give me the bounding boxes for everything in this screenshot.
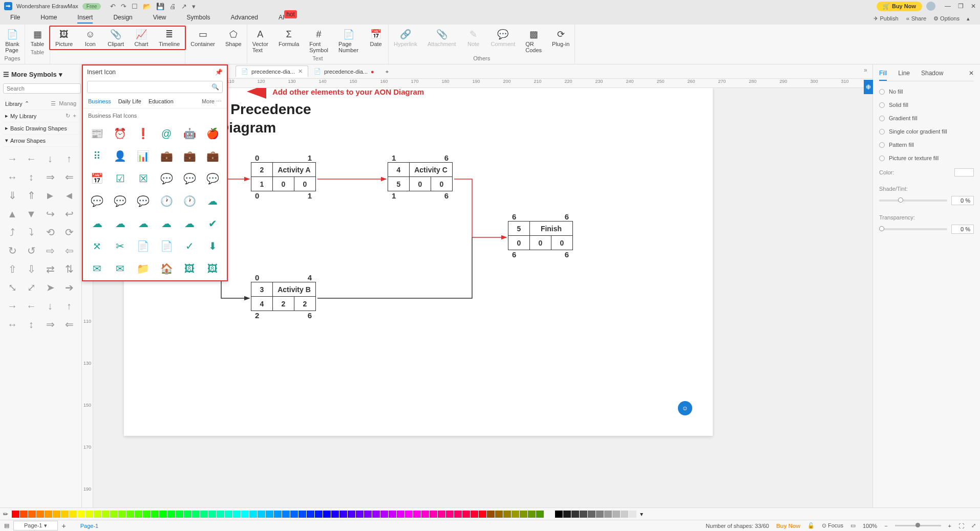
business-icon-31[interactable]: ✂ bbox=[109, 235, 131, 257]
export-icon[interactable]: ↗ bbox=[181, 3, 187, 10]
color-swatch[interactable] bbox=[446, 511, 454, 518]
color-swatch[interactable] bbox=[94, 511, 101, 518]
buy-now-button[interactable]: 🛒 Buy Now bbox=[877, 2, 922, 11]
color-swatch[interactable] bbox=[61, 511, 69, 518]
collapse-ribbon-icon[interactable]: ▴ bbox=[967, 15, 970, 22]
business-icon-28[interactable]: ☁ bbox=[179, 213, 201, 234]
activity-c-node[interactable]: 164Activity C50016 bbox=[388, 153, 453, 200]
color-swatch[interactable] bbox=[331, 511, 339, 518]
color-swatch[interactable] bbox=[86, 511, 93, 518]
business-icon-21[interactable]: 🕐 bbox=[156, 190, 178, 212]
undo-icon[interactable]: ↶ bbox=[110, 3, 116, 10]
color-swatch[interactable] bbox=[45, 511, 52, 518]
business-icon-14[interactable]: ☒ bbox=[132, 168, 154, 189]
gray-swatch[interactable] bbox=[629, 511, 636, 518]
zoom-level[interactable]: 100% bbox=[863, 523, 877, 529]
color-swatch[interactable] bbox=[200, 511, 208, 518]
symbol-search-input[interactable] bbox=[3, 83, 81, 94]
picture-button[interactable]: 🖼Picture bbox=[50, 27, 78, 49]
business-icon-8[interactable]: 📊 bbox=[132, 145, 154, 167]
color-swatch[interactable] bbox=[372, 511, 380, 518]
business-icon-34[interactable]: ✓ bbox=[179, 235, 201, 257]
fill-option-single-color-gradient-fill[interactable]: Single color gradient fill bbox=[879, 128, 974, 135]
arrow-shape-23[interactable]: ⇦ bbox=[60, 242, 78, 259]
menu-home[interactable]: Home bbox=[40, 14, 57, 24]
arrow-shape-22[interactable]: ⇨ bbox=[41, 242, 59, 259]
menu-advanced[interactable]: Advanced bbox=[231, 14, 258, 24]
gray-swatch[interactable] bbox=[563, 511, 571, 518]
business-icon-11[interactable]: 💼 bbox=[202, 145, 224, 167]
arrow-shape-12[interactable]: ▲ bbox=[3, 205, 21, 223]
page-selector[interactable]: Page-1 ▾ bbox=[13, 521, 58, 530]
unlock-icon[interactable]: 🔓 bbox=[807, 522, 815, 529]
color-swatch[interactable] bbox=[405, 511, 413, 518]
shape-button[interactable]: ⬠Shape bbox=[220, 27, 247, 49]
business-icon-18[interactable]: 💬 bbox=[86, 190, 108, 212]
maximize-icon[interactable]: ❐ bbox=[958, 3, 964, 10]
arrow-shape-3[interactable]: ↑ bbox=[60, 150, 78, 167]
close-icon[interactable]: ✕ bbox=[971, 3, 976, 10]
color-swatch[interactable] bbox=[512, 511, 519, 518]
menu-view[interactable]: View bbox=[153, 14, 166, 24]
color-swatch[interactable] bbox=[69, 511, 77, 518]
color-swatch[interactable] bbox=[12, 511, 19, 518]
arrow-shape-29[interactable]: ⤢ bbox=[22, 279, 40, 296]
container-button[interactable]: ▭Container bbox=[185, 27, 220, 49]
pages-view-icon[interactable]: ▤ bbox=[4, 522, 9, 529]
add-page-button[interactable]: + bbox=[62, 522, 66, 530]
activity-b-node[interactable]: 043Activity B42226 bbox=[251, 273, 316, 320]
help-chat-button[interactable]: ☺ bbox=[678, 401, 692, 415]
arrow-shape-6[interactable]: ⇒ bbox=[41, 168, 59, 186]
color-swatch[interactable] bbox=[110, 511, 118, 518]
color-swatch[interactable] bbox=[421, 511, 429, 518]
arrow-shape-37[interactable]: ↕ bbox=[22, 316, 40, 333]
icon-more-button[interactable]: More ⋯ bbox=[202, 98, 222, 105]
fit-width-icon[interactable]: ⛶ bbox=[958, 523, 964, 529]
color-swatch[interactable] bbox=[274, 511, 282, 518]
comment-button[interactable]: 💬Comment bbox=[486, 27, 521, 55]
arrow-shape-24[interactable]: ⇧ bbox=[3, 260, 21, 278]
timeline-button[interactable]: ≣Timeline bbox=[154, 27, 185, 49]
color-swatch[interactable] bbox=[266, 511, 273, 518]
business-icon-22[interactable]: 🕐 bbox=[179, 190, 201, 212]
color-swatch[interactable] bbox=[503, 511, 511, 518]
color-swatch[interactable] bbox=[126, 511, 134, 518]
color-swatch[interactable] bbox=[462, 511, 470, 518]
business-icon-37[interactable]: ✉ bbox=[109, 258, 131, 279]
arrow-shape-0[interactable]: → bbox=[3, 150, 21, 167]
business-icon-25[interactable]: ☁ bbox=[109, 213, 131, 234]
arrow-shape-25[interactable]: ⇩ bbox=[22, 260, 40, 278]
close-panel-icon[interactable]: ✕ bbox=[969, 70, 974, 81]
transparency-slider[interactable] bbox=[879, 228, 947, 230]
color-swatch[interactable] bbox=[20, 511, 28, 518]
chart-button[interactable]: 📈Chart bbox=[129, 27, 154, 49]
hyperlink-button[interactable]: 🔗Hyperlink bbox=[389, 27, 422, 55]
business-icon-10[interactable]: 💼 bbox=[179, 145, 201, 167]
color-swatch[interactable] bbox=[192, 511, 200, 518]
zoom-out-icon[interactable]: − bbox=[884, 523, 887, 529]
vector-button[interactable]: AVectorText bbox=[247, 27, 273, 55]
zoom-slider[interactable] bbox=[895, 525, 941, 526]
arrow-shapes-section[interactable]: Arrow Shapes bbox=[10, 138, 46, 144]
arrow-shape-32[interactable]: → bbox=[3, 297, 21, 315]
icon-tab-daily-life[interactable]: Daily Life bbox=[118, 98, 141, 105]
business-icon-5[interactable]: 🍎 bbox=[202, 123, 224, 144]
arrow-shape-10[interactable]: ► bbox=[41, 187, 59, 204]
color-swatch[interactable] bbox=[454, 511, 462, 518]
arrow-shape-19[interactable]: ⟳ bbox=[60, 224, 78, 241]
close-tab-icon[interactable]: ✕ bbox=[298, 68, 303, 75]
menu-file[interactable]: File bbox=[10, 14, 20, 24]
basic-shapes-section[interactable]: Basic Drawing Shapes bbox=[10, 125, 67, 131]
arrow-shape-17[interactable]: ⤵ bbox=[22, 224, 40, 241]
color-swatch[interactable] bbox=[479, 511, 486, 518]
business-icon-27[interactable]: ☁ bbox=[156, 213, 178, 234]
font-button[interactable]: #FontSymbol bbox=[304, 27, 333, 55]
publish-button[interactable]: ✈ Publish bbox=[874, 15, 898, 22]
business-icon-40[interactable]: 🖼 bbox=[179, 258, 201, 279]
color-swatch[interactable] bbox=[348, 511, 355, 518]
new-tab-button[interactable]: + bbox=[380, 66, 394, 77]
color-swatch[interactable] bbox=[176, 511, 183, 518]
shade-slider[interactable] bbox=[879, 200, 947, 202]
print-icon[interactable]: 🖨 bbox=[169, 3, 176, 10]
arrow-shape-39[interactable]: ⇐ bbox=[60, 316, 78, 333]
